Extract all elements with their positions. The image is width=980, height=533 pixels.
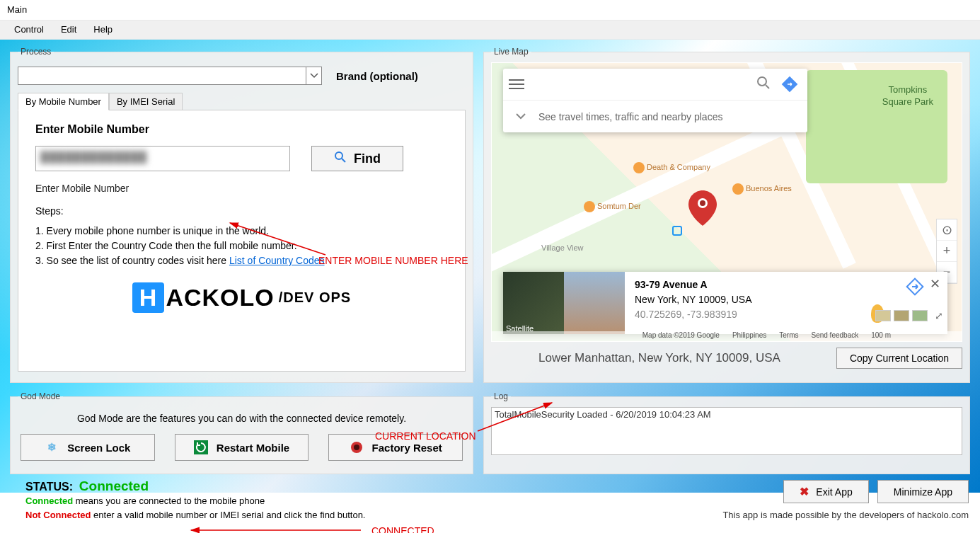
map-meta: Map data ©2019 GooglePhilippinesTermsSen… bbox=[492, 331, 962, 341]
menu-icon[interactable] bbox=[509, 79, 524, 89]
tab-by-imei[interactable]: By IMEI Serial bbox=[109, 93, 183, 110]
find-label: Find bbox=[354, 151, 381, 166]
menu-bar: Control Edit Help bbox=[0, 20, 980, 40]
map-info-card: Satellite 93-79 Avenue A New York, NY 10… bbox=[503, 272, 947, 334]
addr-line2: New York, NY 10009, USA bbox=[635, 292, 752, 307]
search-icon bbox=[334, 151, 347, 167]
exit-app-button[interactable]: ✖ Exit App bbox=[783, 480, 868, 503]
expand-icon[interactable]: ⤢ bbox=[935, 310, 943, 321]
svg-line-1 bbox=[342, 159, 345, 162]
god-mode-panel: God Mode God Mode are the features you c… bbox=[10, 391, 473, 474]
coords: 40.725269, -73.983919 bbox=[635, 307, 752, 322]
tab-by-mobile[interactable]: By Mobile Number bbox=[18, 93, 109, 110]
recenter-icon[interactable]: ⊙ bbox=[937, 219, 957, 241]
god-legend: God Mode bbox=[18, 391, 63, 401]
snowflake-icon: ❄ bbox=[45, 440, 59, 454]
credit: This app is made possible by the develop… bbox=[722, 510, 969, 520]
streetview-thumb[interactable] bbox=[564, 272, 625, 334]
window-title: Main bbox=[0, 0, 980, 20]
layer-chips[interactable] bbox=[875, 310, 928, 321]
menu-edit[interactable]: Edit bbox=[52, 20, 85, 40]
svg-point-10 bbox=[354, 445, 359, 450]
map-pin-icon bbox=[688, 190, 717, 229]
svg-point-4 bbox=[758, 77, 766, 86]
logo: HACKOLO/DEV OPS bbox=[35, 282, 448, 313]
poi-buenos-aires: Buenos Aires bbox=[732, 183, 792, 195]
satellite-thumb[interactable]: Satellite bbox=[503, 272, 564, 334]
brand-label: Brand (optional) bbox=[336, 70, 418, 82]
step-2: 2. First Enter the Country Code then the… bbox=[35, 239, 448, 253]
status-value: Connected bbox=[79, 478, 149, 493]
directions-icon[interactable] bbox=[778, 72, 802, 96]
enter-number-label: Enter Mobile Number bbox=[35, 123, 448, 136]
brand-combo[interactable] bbox=[18, 67, 322, 85]
menu-control[interactable]: Control bbox=[6, 20, 52, 40]
restart-mobile-button[interactable]: Restart Mobile bbox=[175, 434, 309, 461]
god-desc: God Mode are the features you can do wit… bbox=[18, 407, 466, 434]
map-canvas[interactable]: Tompkins Square Park Death & Company Bue… bbox=[491, 62, 962, 342]
close-icon: ✖ bbox=[800, 485, 809, 498]
poi-somtum: Somtum Der bbox=[584, 201, 641, 212]
svg-point-0 bbox=[335, 152, 342, 159]
process-panel: Process Brand (optional) By Mobile Numbe… bbox=[10, 47, 473, 383]
steps-list: 1. Every mobile phone number is unique i… bbox=[35, 224, 448, 268]
current-location: Lower Manhattan, New York, NY 10009, USA bbox=[491, 351, 828, 365]
chevron-down-icon[interactable] bbox=[306, 67, 321, 84]
svg-point-3 bbox=[700, 200, 705, 206]
log-legend: Log bbox=[491, 391, 511, 401]
mobile-number-input[interactable]: █████████████ bbox=[35, 146, 290, 171]
park-label: Tompkins Square Park bbox=[882, 84, 933, 108]
restart-icon bbox=[194, 440, 208, 454]
factory-reset-button[interactable]: Factory Reset bbox=[328, 434, 463, 461]
process-legend: Process bbox=[18, 47, 54, 57]
screen-lock-button[interactable]: ❄ Screen Lock bbox=[21, 434, 155, 461]
menu-help[interactable]: Help bbox=[85, 20, 121, 40]
bus-stop-icon bbox=[672, 226, 682, 236]
log-panel: Log TotalMobileSecurity Loaded - 6/20/20… bbox=[483, 391, 970, 474]
chevron-down-icon[interactable] bbox=[516, 111, 526, 122]
poi-village-view: Village View bbox=[541, 243, 584, 252]
zoom-in-button[interactable]: + bbox=[937, 241, 957, 262]
input-hint: Enter Mobile Number bbox=[35, 183, 448, 194]
country-codes-link[interactable]: List of Country Codes bbox=[229, 255, 325, 266]
directions-icon[interactable] bbox=[904, 276, 926, 300]
map-search-card: See travel times, traffic and nearby pla… bbox=[503, 69, 807, 132]
addr-line1: 93-79 Avenue A bbox=[635, 277, 752, 292]
step-3: 3. So see the list of country codes visi… bbox=[35, 253, 448, 268]
step-1: 1. Every mobile phone number is unique i… bbox=[35, 224, 448, 239]
log-textarea[interactable]: TotalMobileSecurity Loaded - 6/20/2019 1… bbox=[491, 407, 962, 455]
svg-line-5 bbox=[766, 85, 769, 88]
find-button[interactable]: Find bbox=[311, 146, 403, 171]
map-search-hint[interactable]: See travel times, traffic and nearby pla… bbox=[538, 111, 722, 122]
stop-icon bbox=[350, 440, 364, 454]
map-legend: Live Map bbox=[491, 47, 531, 57]
steps-label: Steps: bbox=[35, 205, 448, 217]
map-panel: Live Map Tompkins Square Park Death & Co… bbox=[483, 47, 970, 383]
copy-location-button[interactable]: Copy Current Location bbox=[836, 348, 962, 369]
search-icon[interactable] bbox=[756, 76, 771, 93]
minimize-app-button[interactable]: Minimize App bbox=[877, 480, 969, 503]
close-icon[interactable]: ✕ bbox=[930, 276, 940, 292]
poi-death-company: Death & Company bbox=[633, 162, 710, 173]
